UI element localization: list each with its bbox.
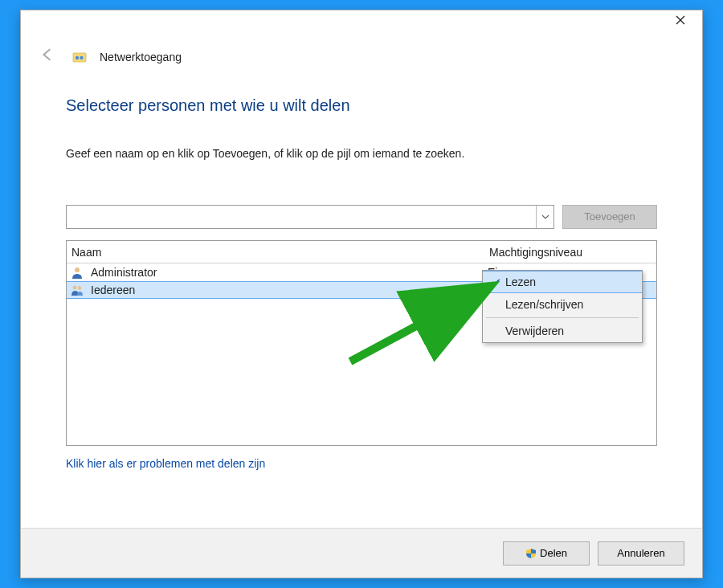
table-header: Naam Machtigingsniveau <box>67 241 656 263</box>
svg-point-5 <box>78 286 81 289</box>
svg-point-3 <box>75 267 80 272</box>
titlebar <box>21 10 702 35</box>
close-button[interactable] <box>670 14 691 35</box>
troubleshoot-link[interactable]: Klik hier als er problemen met delen zij… <box>66 457 265 470</box>
user-icon <box>70 265 84 280</box>
group-icon <box>70 283 84 297</box>
add-button[interactable]: Toevoegen <box>562 205 657 229</box>
column-name-header[interactable]: Naam <box>67 246 488 259</box>
cancel-button[interactable]: Annuleren <box>598 541 684 566</box>
page-heading: Selecteer personen met wie u wilt delen <box>66 96 657 115</box>
shield-icon <box>525 548 537 559</box>
svg-rect-0 <box>73 53 86 62</box>
name-combobox[interactable] <box>66 205 554 229</box>
permission-menu: ✔ Lezen Lezen/schrijven Verwijderen <box>482 270 643 343</box>
row-name: Iedereen <box>86 284 488 296</box>
check-icon: ✔ <box>488 276 505 288</box>
add-user-row: Toevoegen <box>66 205 657 229</box>
instruction-text: Geef een naam op en klik op Toevoegen, o… <box>66 147 657 160</box>
combobox-dropdown-button[interactable] <box>536 206 553 228</box>
column-permission-header[interactable]: Machtigingsniveau <box>488 246 656 259</box>
permission-menu-item-readwrite[interactable]: Lezen/schrijven <box>483 293 642 316</box>
row-name: Administrator <box>86 266 488 279</box>
svg-point-2 <box>80 55 83 59</box>
header: Netwerktoegang <box>21 35 702 72</box>
content-area: Selecteer personen met wie u wilt delen … <box>21 72 702 528</box>
window-title: Netwerktoegang <box>100 51 182 63</box>
share-button[interactable]: Delen <box>503 541 590 566</box>
network-access-icon <box>72 50 87 64</box>
svg-point-4 <box>73 286 77 290</box>
dialog-footer: Delen Annuleren <box>21 528 702 578</box>
permission-menu-item-read[interactable]: ✔ Lezen <box>483 271 642 293</box>
back-button[interactable] <box>35 44 59 69</box>
svg-point-1 <box>76 55 79 59</box>
permission-menu-item-remove[interactable]: Verwijderen <box>483 320 642 342</box>
network-access-dialog: Netwerktoegang Selecteer personen met wi… <box>20 10 703 578</box>
menu-separator <box>486 317 639 318</box>
